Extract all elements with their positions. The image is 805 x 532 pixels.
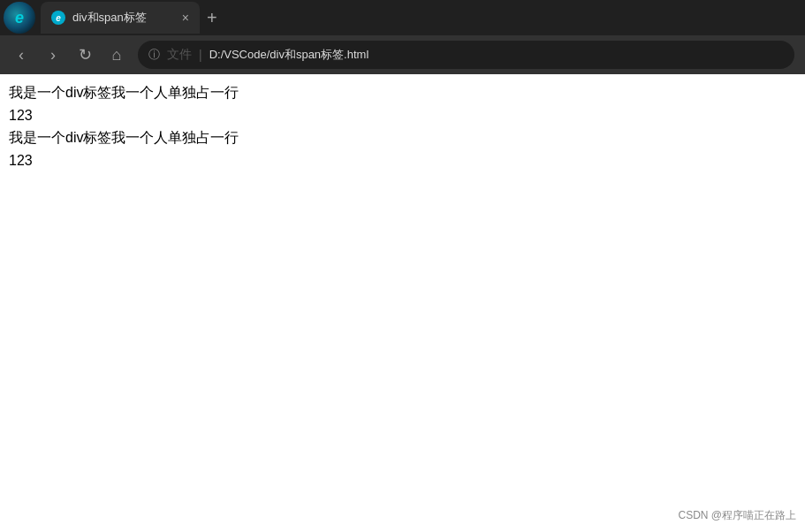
address-divider: | <box>199 48 202 62</box>
tab-favicon-text: e <box>56 13 61 23</box>
browser-tab[interactable]: e div和span标签 × <box>41 2 200 34</box>
new-tab-button[interactable]: + <box>207 8 217 28</box>
page-content: 我是一个div标签我一个人单独占一行 123 我是一个div标签我一个人单独占一… <box>0 74 805 532</box>
nav-bar: ‹ › ↻ ⌂ ⓘ 文件 | D:/VSCode/div和span标签.html <box>0 35 805 74</box>
browser-logo-text: e <box>15 9 24 27</box>
content-line-2: 123 <box>9 104 796 127</box>
content-line-4: 123 <box>9 149 796 172</box>
reload-button[interactable]: ↻ <box>71 41 99 69</box>
forward-button[interactable]: › <box>39 41 67 69</box>
address-protocol: 文件 <box>167 47 192 63</box>
title-bar: e e div和span标签 × + <box>0 0 805 35</box>
back-button[interactable]: ‹ <box>7 41 35 69</box>
browser-logo: e <box>4 2 35 34</box>
tab-close-button[interactable]: × <box>182 11 189 25</box>
content-line-1: 我是一个div标签我一个人单独占一行 <box>9 81 796 104</box>
tab-favicon: e <box>51 11 65 25</box>
content-line-3: 我是一个div标签我一个人单独占一行 <box>9 126 796 149</box>
address-info-icon: ⓘ <box>148 47 160 63</box>
address-bar[interactable]: ⓘ 文件 | D:/VSCode/div和span标签.html <box>138 41 794 69</box>
tab-title: div和span标签 <box>72 10 175 26</box>
address-url: D:/VSCode/div和span标签.html <box>209 47 369 63</box>
home-button[interactable]: ⌂ <box>103 41 131 69</box>
watermark: CSDN @程序喵正在路上 <box>678 508 796 523</box>
